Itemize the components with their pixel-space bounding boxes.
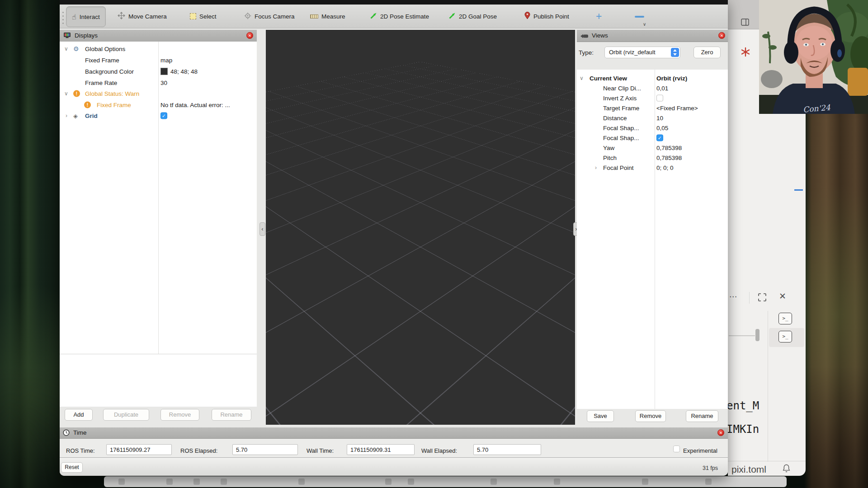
duplicate-display-button[interactable]: Duplicate [103,409,149,421]
close-panel-button[interactable]: ✕ [246,32,253,39]
ros-time-field[interactable]: 1761150909.27 [106,444,172,455]
tool-2d-pose-estimate[interactable]: 2D Pose Estimate [370,5,429,28]
chevron-down-icon[interactable]: ∨ [64,90,68,97]
row-value[interactable]: 0,785398 [656,145,682,151]
maximize-panel-icon[interactable] [758,293,767,304]
tree-row-fixed-frame-status[interactable]: ! Fixed Frame No tf data. Actual error: … [60,99,257,110]
dock-icon[interactable] [385,479,392,485]
scrollbar-thumb[interactable] [755,329,760,341]
tool-label: Interact [80,14,100,20]
panel-splitter[interactable] [60,354,257,354]
remove-tool-minus-icon[interactable] [635,16,644,18]
tree-row-background-color[interactable]: Background Color 48; 48; 48 [60,66,257,77]
close-panel-button[interactable]: ✕ [717,429,724,436]
bell-icon[interactable] [782,464,791,475]
tree-row-yaw[interactable]: Yaw 0,785398 [577,143,728,153]
stepper-icon[interactable] [671,48,679,57]
tree-row-near-clip[interactable]: Near Clip Di... 0,01 [577,83,728,93]
reset-button[interactable]: Reset [61,462,83,473]
tree-row-global-options[interactable]: ∨ ⚙ Global Options [60,43,257,54]
tree-row-fixed-frame[interactable]: Fixed Frame map [60,54,257,66]
tree-row-focal-shape-fixed[interactable]: Focal Shap... ✓ [577,133,728,143]
focal-shape-checkbox[interactable]: ✓ [656,135,663,141]
row-value[interactable]: 0,01 [656,85,668,92]
statusbar-filename[interactable]: pixi.toml [731,464,766,475]
close-panel-button[interactable]: ✕ [718,32,725,39]
views-panel-titlebar[interactable]: Views ✕ [577,30,728,42]
dock-icon[interactable] [705,479,712,485]
chevron-down-icon[interactable]: ∨ [64,46,68,52]
tool-select[interactable]: Select [190,5,217,28]
dock-icon[interactable] [642,479,648,485]
row-value[interactable]: <Fixed Frame> [656,105,698,112]
green-arrow-icon [448,12,456,21]
dock-icon[interactable] [491,479,497,485]
row-value[interactable]: 10 [656,115,663,122]
dock-icon[interactable] [554,479,560,485]
close-panel-icon[interactable]: ✕ [779,291,786,301]
more-actions-icon[interactable]: ⋯ [729,292,737,301]
render-viewport[interactable] [266,30,575,425]
tool-label: Measure [321,13,345,20]
toolbar-overflow-chevron-icon[interactable]: ∨ [643,22,646,27]
time-panel-titlebar[interactable]: Time ✕ [60,427,728,439]
row-value[interactable]: 48; 48; 48 [170,68,198,75]
ros-elapsed-field[interactable]: 5.70 [232,444,298,455]
tool-focus-camera[interactable]: Focus Camera [244,5,295,28]
chevron-right-icon[interactable]: › [66,113,67,119]
tree-row-distance[interactable]: Distance 10 [577,113,728,123]
row-value[interactable]: 0,05 [656,125,668,131]
wall-time-field[interactable]: 1761150909.31 [347,444,415,455]
zero-button[interactable]: Zero [693,47,721,58]
tool-measure[interactable]: Measure [310,5,345,28]
dock-icon[interactable] [298,479,305,485]
dock[interactable] [104,476,787,487]
tree-row-invert-z[interactable]: Invert Z Axis [577,93,728,103]
dock-icon[interactable] [166,479,173,485]
dock-icon[interactable] [193,479,200,485]
remove-view-button[interactable]: Remove [635,410,666,422]
collapse-left-panel-tab[interactable]: ‹ [259,222,265,236]
remove-display-button[interactable]: Remove [160,409,199,421]
tree-row-frame-rate[interactable]: Frame Rate 30 [60,77,257,88]
toolbar-grip [62,19,64,20]
tree-row-global-status[interactable]: ∨ ! Global Status: Warn [60,88,257,99]
layout-panel-icon[interactable] [741,19,749,28]
view-type-dropdown[interactable]: Orbit (rviz_default [604,47,680,58]
terminal-icon[interactable]: >_ [778,313,792,324]
tool-interact[interactable]: ☝ Interact [66,6,106,27]
rename-view-button[interactable]: Rename [686,410,718,422]
tool-2d-goal-pose[interactable]: 2D Goal Pose [448,5,497,28]
tree-row-pitch[interactable]: Pitch 0,785398 [577,153,728,163]
save-view-button[interactable]: Save [587,410,614,422]
row-label: Frame Rate [85,79,117,86]
tree-row-focal-point[interactable]: › Focal Point 0; 0; 0 [577,163,728,173]
terminal-icon[interactable]: >_ [778,331,792,343]
red-asterisk-icon[interactable] [741,47,750,59]
tree-row-target-frame[interactable]: Target Frame <Fixed Frame> [577,103,728,113]
invert-z-checkbox[interactable] [656,95,663,102]
displays-panel-titlebar[interactable]: Displays ✕ [60,30,257,42]
color-swatch[interactable] [160,68,168,75]
dock-icon[interactable] [408,479,414,485]
tree-row-focal-shape-size[interactable]: Focal Shap... 0,05 [577,123,728,133]
row-value[interactable]: map [160,56,172,63]
slider-track[interactable] [729,335,755,336]
row-value[interactable]: 0; 0; 0 [656,164,674,171]
add-tool-button[interactable]: + [596,5,602,28]
grid-enabled-checkbox[interactable]: ✓ [160,112,167,119]
dock-icon[interactable] [118,479,125,485]
row-value[interactable]: 0,785398 [656,155,682,161]
chevron-right-icon[interactable]: › [595,164,597,171]
rename-display-button[interactable]: Rename [212,409,251,421]
tree-row-current-view[interactable]: ∨ Current View Orbit (rviz) [577,73,728,83]
tool-move-camera[interactable]: Move Camera [118,5,167,28]
wall-elapsed-field[interactable]: 5.70 [473,444,541,455]
tree-row-grid[interactable]: › ◈ Grid ✓ [60,110,257,121]
tool-publish-point[interactable]: Publish Point [524,5,569,28]
experimental-checkbox[interactable] [673,446,680,452]
chevron-down-icon[interactable]: ∨ [580,75,584,81]
row-value[interactable]: 30 [160,79,167,86]
add-display-button[interactable]: Add [65,409,93,421]
dock-icon[interactable] [221,479,227,485]
